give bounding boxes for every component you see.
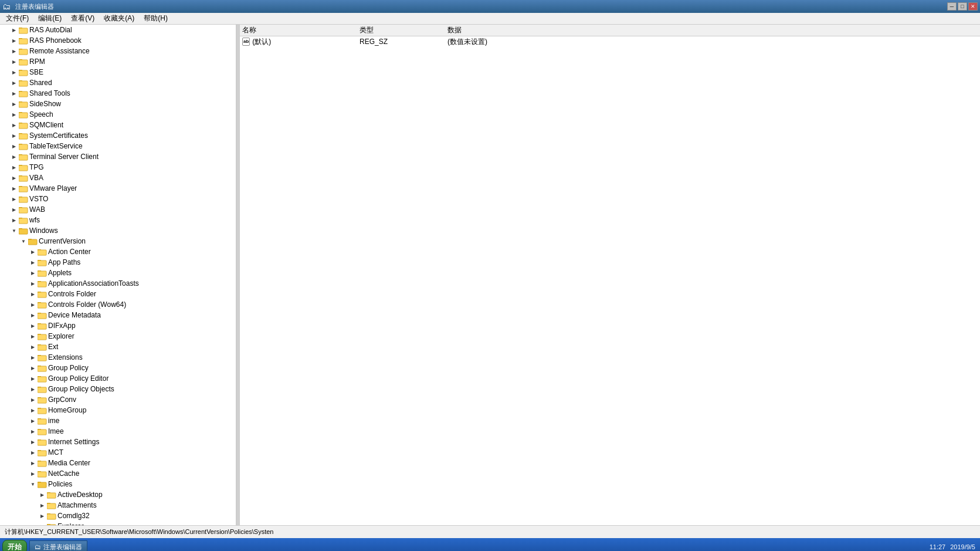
- tree-item-speech[interactable]: ▶ Speech: [0, 109, 236, 120]
- folder-icon-ras-autodial: [19, 26, 28, 34]
- tree-item-label-shared: Shared: [29, 79, 52, 87]
- tree-item-shared[interactable]: ▶ Shared: [0, 77, 236, 88]
- taskbar-left: 开始 🗂 注册表编辑器: [2, 540, 87, 551]
- column-header-name: 名称: [242, 25, 360, 35]
- tree-item-explorer[interactable]: ▶ Explorer: [0, 331, 236, 342]
- svg-rect-131: [38, 482, 46, 488]
- tree-item-action-center[interactable]: ▶ Action Center: [0, 246, 236, 257]
- folder-icon-sideshow: [19, 100, 28, 108]
- tree-item-shared-tools[interactable]: ▶ Shared Tools: [0, 88, 236, 99]
- svg-rect-74: [38, 282, 46, 287]
- tree-item-ras-phonebook[interactable]: ▶ RAS Phonebook: [0, 35, 236, 46]
- menu-item-edit[interactable]: 编辑(E): [33, 12, 66, 25]
- data-row-default-value[interactable]: ab(默认)REG_SZ(数值未设置): [240, 36, 980, 47]
- tree-item-grpconv[interactable]: ▶ GrpConv: [0, 394, 236, 405]
- folder-icon-explorer2: [47, 522, 56, 525]
- tree-item-label-imee: Imee: [48, 427, 64, 435]
- folder-icon-device-metadata: [38, 311, 47, 319]
- tree-item-policies[interactable]: ▼ Policies: [0, 479, 236, 489]
- menu-item-view[interactable]: 查看(V): [66, 12, 99, 25]
- tree-item-label-sqmclient: SQMClient: [29, 121, 63, 129]
- tree-item-sqmclient[interactable]: ▶ SQMClient: [0, 120, 236, 130]
- tree-item-terminal-server-client[interactable]: ▶ Terminal Server Client: [0, 151, 236, 162]
- tree-item-vmware-player[interactable]: ▶ VMware Player: [0, 183, 236, 194]
- tree-item-sbe[interactable]: ▶ SBE: [0, 67, 236, 77]
- tree-item-ime[interactable]: ▶ ime: [0, 415, 236, 426]
- svg-rect-23: [19, 102, 28, 107]
- menu-item-file[interactable]: 文件(F): [1, 12, 33, 25]
- svg-rect-119: [38, 440, 46, 445]
- taskbar-app-regedit[interactable]: 🗂 注册表编辑器: [29, 540, 87, 551]
- tree-panel[interactable]: ▶ RAS AutoDial▶ RAS Phonebook▶ Remote As…: [0, 25, 236, 525]
- taskbar-date: 2019/9/5: [950, 543, 975, 550]
- svg-rect-65: [38, 250, 46, 255]
- tree-item-sideshow[interactable]: ▶ SideShow: [0, 99, 236, 109]
- folder-icon-tpg: [19, 163, 28, 171]
- tree-item-appasso-toasts[interactable]: ▶ ApplicationAssociationToasts: [0, 278, 236, 289]
- svg-rect-59: [19, 229, 28, 234]
- tree-item-label-rpm: RPM: [29, 58, 45, 66]
- tree-item-vsto[interactable]: ▶ VSTO: [0, 194, 236, 204]
- tree-item-group-policy[interactable]: ▶ Group Policy: [0, 363, 236, 373]
- tree-item-attachments[interactable]: ▶ Attachments: [0, 500, 236, 511]
- tree-item-wab[interactable]: ▶ WAB: [0, 204, 236, 215]
- svg-rect-140: [47, 514, 56, 519]
- tree-item-explorer2[interactable]: ▶ Explorer: [0, 521, 236, 525]
- taskbar-app-label: 注册表编辑器: [43, 543, 82, 552]
- status-text: 计算机\HKEY_CURRENT_USER\Software\Microsoft…: [5, 528, 273, 536]
- tree-item-label-wfs: wfs: [29, 216, 40, 224]
- tree-item-windows[interactable]: ▼ Windows: [0, 225, 236, 236]
- tree-item-group-policy-editor[interactable]: ▶ Group Policy Editor: [0, 373, 236, 384]
- minimize-button[interactable]: ─: [947, 2, 957, 11]
- folder-icon-mct: [38, 448, 47, 457]
- tree-item-mct[interactable]: ▶ MCT: [0, 447, 236, 458]
- tree-item-label-ime: ime: [48, 417, 59, 425]
- tree-item-remote-assistance[interactable]: ▶ Remote Assistance: [0, 46, 236, 56]
- tree-item-ras-autodial[interactable]: ▶ RAS AutoDial: [0, 25, 236, 35]
- tree-item-controls-folder-wow64[interactable]: ▶ Controls Folder (Wow64): [0, 299, 236, 310]
- tree-item-group-policy-objects[interactable]: ▶ Group Policy Objects: [0, 384, 236, 394]
- maximize-button[interactable]: □: [958, 2, 967, 11]
- menu-item-help[interactable]: 帮助(H): [139, 12, 172, 25]
- tree-item-imee[interactable]: ▶ Imee: [0, 426, 236, 437]
- close-button[interactable]: ✕: [968, 2, 978, 11]
- folder-icon-extensions: [38, 353, 47, 361]
- tree-item-tabletextservice[interactable]: ▶ TableTextService: [0, 141, 236, 151]
- tree-item-media-center[interactable]: ▶ Media Center: [0, 458, 236, 468]
- tree-item-currentversion[interactable]: ▼ CurrentVersion: [0, 236, 236, 246]
- svg-rect-137: [47, 503, 56, 509]
- tree-item-netcache[interactable]: ▶ NetCache: [0, 468, 236, 479]
- tree-item-controls-folder[interactable]: ▶ Controls Folder: [0, 289, 236, 299]
- folder-icon-appasso-toasts: [38, 279, 47, 288]
- tree-item-difxapp[interactable]: ▶ DIFxApp: [0, 320, 236, 331]
- tree-item-homegroup[interactable]: ▶ HomeGroup: [0, 405, 236, 415]
- tree-item-wfs[interactable]: ▶ wfs: [0, 215, 236, 225]
- menu-item-favorites[interactable]: 收藏夹(A): [99, 12, 139, 25]
- tree-item-device-metadata[interactable]: ▶ Device Metadata: [0, 310, 236, 320]
- tree-item-app-paths[interactable]: ▶ App Paths: [0, 257, 236, 268]
- tree-item-ext[interactable]: ▶ Ext: [0, 342, 236, 352]
- svg-rect-104: [38, 387, 46, 393]
- tree-item-label-explorer2: Explorer: [57, 522, 84, 525]
- taskbar-time: 11:27: [930, 543, 946, 550]
- tree-item-extensions[interactable]: ▶ Extensions: [0, 352, 236, 363]
- svg-rect-17: [19, 81, 28, 86]
- tree-item-systemcertificates[interactable]: ▶ SystemCertificates: [0, 130, 236, 141]
- start-button[interactable]: 开始: [2, 540, 27, 551]
- tree-item-activedesktop[interactable]: ▶ ActiveDesktop: [0, 489, 236, 500]
- folder-icon-shared-tools: [19, 89, 28, 97]
- tree-item-internet-settings[interactable]: ▶ Internet Settings: [0, 437, 236, 447]
- tree-item-vba[interactable]: ▶ VBA: [0, 173, 236, 183]
- svg-rect-41: [19, 165, 28, 171]
- tree-item-comdlg32[interactable]: ▶ Comdlg32: [0, 511, 236, 521]
- svg-rect-35: [19, 144, 28, 150]
- folder-icon-attachments: [47, 501, 56, 509]
- folder-icon-netcache: [38, 469, 47, 478]
- tree-item-tpg[interactable]: ▶ TPG: [0, 162, 236, 173]
- folder-icon-remote-assistance: [19, 47, 28, 55]
- tree-item-label-systemcertificates: SystemCertificates: [29, 131, 88, 140]
- tree-item-label-controls-folder-wow64: Controls Folder (Wow64): [48, 300, 126, 309]
- tree-item-applets[interactable]: ▶ Applets: [0, 268, 236, 278]
- folder-icon-grpconv: [38, 395, 47, 404]
- tree-item-rpm[interactable]: ▶ RPM: [0, 56, 236, 67]
